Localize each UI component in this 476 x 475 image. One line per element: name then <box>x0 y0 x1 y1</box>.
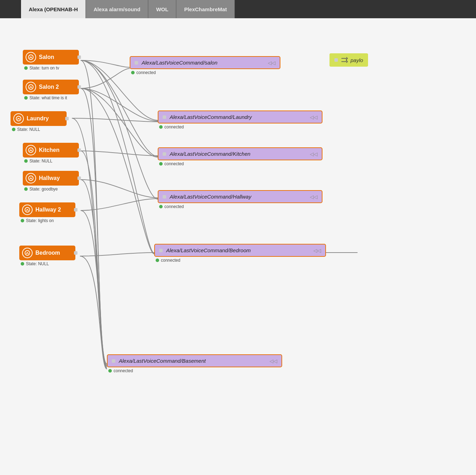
mqtt-kitchen-speaker-icon: ◁◁ <box>310 151 318 157</box>
input-node-bedroom-body[interactable]: Bedroom <box>19 246 75 260</box>
input-node-laundry[interactable]: Laundry State: NULL <box>11 111 67 132</box>
alexa-icon-bedroom <box>22 248 33 258</box>
kitchen-status-dot <box>24 159 28 163</box>
input-node-salon-body[interactable]: Salon <box>23 50 79 65</box>
flow-canvas[interactable]: Salon State: turn on tv Salon 2 State: w… <box>0 18 476 475</box>
mqtt-node-salon[interactable]: Alexa/LastVoiceCommand/salon ◁◁ connecte… <box>130 56 280 75</box>
hallway-status: State: goodbye <box>23 187 79 192</box>
input-node-salon2[interactable]: Salon 2 State: what time is it <box>23 80 79 100</box>
salon-state-text: State: turn on tv <box>29 66 59 71</box>
mqtt-node-laundry[interactable]: Alexa/LastVoiceCommand/Laundry ◁◁ connec… <box>158 111 322 129</box>
input-node-hallway-body[interactable]: Hallway <box>23 171 79 186</box>
mqtt-basement-body[interactable]: Alexa/LastVoiceCommand/Basement ◁◁ <box>107 354 282 367</box>
mqtt-bedroom-input-port[interactable] <box>159 249 163 252</box>
mqtt-bedroom-label: Alexa/LastVoiceCommand/Bedroom <box>166 247 310 253</box>
mqtt-bedroom-status-dot <box>156 259 159 262</box>
salon-status-dot <box>24 66 28 70</box>
mqtt-node-basement[interactable]: Alexa/LastVoiceCommand/Basement ◁◁ conne… <box>107 354 282 373</box>
mqtt-salon-input-port[interactable] <box>135 61 138 65</box>
mqtt-hallway-connected-text: connected <box>164 204 184 209</box>
mqtt-basement-connected-text: connected <box>114 368 133 373</box>
mqtt-laundry-label: Alexa/LastVoiceCommand/Laundry <box>170 114 306 120</box>
mqtt-basement-label: Alexa/LastVoiceCommand/Basement <box>119 358 266 364</box>
salon-status: State: turn on tv <box>23 66 79 71</box>
bedroom-state-text: State: NULL <box>26 261 49 266</box>
mqtt-laundry-speaker-icon: ◁◁ <box>310 114 318 120</box>
alexa-icon-hallway2 <box>22 205 33 215</box>
mqtt-basement-status-dot <box>108 369 112 373</box>
hallway2-status: State: lights on <box>19 218 75 223</box>
mqtt-bedroom-body[interactable]: Alexa/LastVoiceCommand/Bedroom ◁◁ <box>154 244 326 257</box>
input-node-bedroom[interactable]: Bedroom State: NULL <box>19 246 75 266</box>
hallway2-output-port[interactable] <box>74 208 77 212</box>
mqtt-bedroom-status: connected <box>154 258 326 263</box>
mqtt-hallway-status: connected <box>158 204 322 209</box>
tab-alexa-alarm[interactable]: Alexa alarm/sound <box>86 0 148 18</box>
mqtt-hallway-body[interactable]: Alexa/LastVoiceCommand/Hallway ◁◁ <box>158 190 322 203</box>
mqtt-hallway-input-port[interactable] <box>163 195 166 199</box>
hallway2-label: Hallway 2 <box>35 207 61 213</box>
hallway-status-dot <box>24 187 28 191</box>
salon2-status-dot <box>24 96 28 100</box>
laundry-label: Laundry <box>27 115 49 122</box>
salon2-status: State: what time is it <box>23 95 79 100</box>
alexa-svg-kitchen <box>28 147 34 153</box>
salon2-output-port[interactable] <box>77 85 81 89</box>
hallway2-status-dot <box>21 219 24 222</box>
hallway-label: Hallway <box>39 175 60 181</box>
kitchen-label: Kitchen <box>39 147 60 153</box>
mqtt-laundry-connected-text: connected <box>164 125 184 129</box>
tab-wol[interactable]: WOL <box>148 0 176 18</box>
mqtt-laundry-input-port[interactable] <box>163 115 166 119</box>
kitchen-status: State: NULL <box>23 159 79 163</box>
mqtt-laundry-status-dot <box>159 125 163 129</box>
hallway2-state-text: State: lights on <box>26 218 54 223</box>
alexa-icon-salon <box>26 52 36 62</box>
mqtt-kitchen-status: connected <box>158 161 322 166</box>
mqtt-node-hallway[interactable]: Alexa/LastVoiceCommand/Hallway ◁◁ connec… <box>158 190 322 209</box>
tab-plexchambre[interactable]: PlexChambreMat <box>176 0 235 18</box>
salon2-state-text: State: what time is it <box>29 95 67 100</box>
mqtt-basement-status: connected <box>107 368 282 373</box>
mqtt-hallway-speaker-icon: ◁◁ <box>310 194 318 200</box>
tab-bar: Alexa (OPENHAB-H Alexa alarm/sound WOL P… <box>0 0 476 18</box>
input-node-laundry-body[interactable]: Laundry <box>11 111 67 126</box>
input-node-hallway[interactable]: Hallway State: goodbye <box>23 171 79 192</box>
mqtt-salon-body[interactable]: Alexa/LastVoiceCommand/salon ◁◁ <box>130 56 280 69</box>
laundry-status-dot <box>12 128 15 131</box>
input-node-salon2-body[interactable]: Salon 2 <box>23 80 79 94</box>
alexa-icon-laundry <box>13 113 24 124</box>
bedroom-label: Bedroom <box>35 250 60 256</box>
mqtt-kitchen-connected-text: connected <box>164 161 184 166</box>
tab-alexa-openhab[interactable]: Alexa (OPENHAB-H <box>21 0 86 18</box>
input-node-salon[interactable]: Salon State: turn on tv <box>23 50 79 71</box>
mqtt-kitchen-input-port[interactable] <box>163 152 166 156</box>
hallway-state-text: State: goodbye <box>29 187 58 192</box>
input-node-kitchen-body[interactable]: Kitchen <box>23 143 79 158</box>
laundry-state-text: State: NULL <box>17 127 40 132</box>
hallway-output-port[interactable] <box>77 176 81 180</box>
mqtt-node-kitchen[interactable]: Alexa/LastVoiceCommand/Kitchen ◁◁ connec… <box>158 147 322 166</box>
alexa-svg-hallway2 <box>24 207 30 213</box>
kitchen-output-port[interactable] <box>77 148 81 152</box>
alexa-svg-salon2 <box>28 84 34 90</box>
mqtt-basement-input-port[interactable] <box>112 359 115 363</box>
mqtt-salon-status: connected <box>130 70 280 75</box>
mqtt-basement-speaker-icon: ◁◁ <box>270 358 277 364</box>
mqtt-laundry-status: connected <box>158 125 322 129</box>
bedroom-output-port[interactable] <box>74 251 77 255</box>
alexa-svg-bedroom <box>24 250 30 256</box>
salon-output-port[interactable] <box>77 55 81 59</box>
input-node-hallway2-body[interactable]: Hallway 2 <box>19 202 75 217</box>
mqtt-kitchen-body[interactable]: Alexa/LastVoiceCommand/Kitchen ◁◁ <box>158 147 322 160</box>
mqtt-salon-status-dot <box>131 71 135 74</box>
mqtt-hallway-label: Alexa/LastVoiceCommand/Hallway <box>170 194 306 200</box>
input-node-kitchen[interactable]: Kitchen State: NULL <box>23 143 79 163</box>
mqtt-salon-speaker-icon: ◁◁ <box>268 60 276 66</box>
mqtt-laundry-body[interactable]: Alexa/LastVoiceCommand/Laundry ◁◁ <box>158 111 322 123</box>
payload-node[interactable]: paylo <box>329 53 368 67</box>
payload-input-port[interactable] <box>334 58 338 62</box>
laundry-output-port[interactable] <box>65 117 69 120</box>
input-node-hallway2[interactable]: Hallway 2 State: lights on <box>19 202 75 223</box>
mqtt-node-bedroom[interactable]: Alexa/LastVoiceCommand/Bedroom ◁◁ connec… <box>154 244 326 263</box>
